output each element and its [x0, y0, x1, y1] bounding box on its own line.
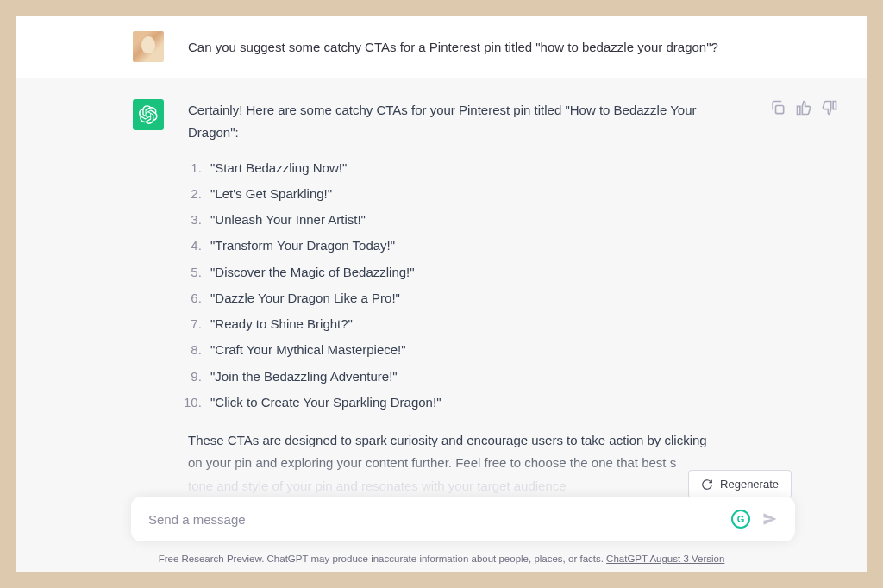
list-item: "Dazzle Your Dragon Like a Pro!": [205, 287, 740, 310]
chat-app: Can you suggest some catchy CTAs for a P…: [16, 16, 867, 572]
user-message-row: Can you suggest some catchy CTAs for a P…: [16, 16, 867, 78]
message-actions: [769, 99, 838, 116]
assistant-message-content: Certainly! Here are some catchy CTAs for…: [188, 99, 740, 552]
list-item: "Craft Your Mythical Masterpiece!": [205, 339, 740, 361]
grammarly-icon[interactable]: [731, 510, 750, 529]
user-message-text: Can you suggest some catchy CTAs for a P…: [188, 40, 718, 54]
send-icon: [761, 510, 779, 528]
list-item: "Let's Get Sparkling!": [205, 183, 740, 205]
assistant-outro: These CTAs are designed to spark curiosi…: [188, 429, 740, 497]
cta-list: "Start Bedazzling Now!" "Let's Get Spark…: [188, 157, 740, 415]
user-avatar: [133, 31, 164, 62]
send-button[interactable]: [757, 506, 783, 532]
message-input-bar: [131, 497, 795, 541]
message-input[interactable]: [148, 512, 731, 527]
copy-icon[interactable]: [769, 99, 786, 116]
thumbs-up-icon[interactable]: [795, 99, 812, 116]
list-item: "Join the Bedazzling Adventure!": [205, 366, 740, 388]
list-item: "Click to Create Your Sparkling Dragon!": [205, 391, 740, 414]
assistant-avatar: [133, 99, 164, 130]
list-item: "Start Bedazzling Now!": [205, 157, 740, 179]
list-item: "Discover the Magic of Bedazzling!": [205, 261, 740, 284]
regenerate-button[interactable]: Regenerate: [688, 470, 792, 498]
footer-text: Free Research Preview. ChatGPT may produ…: [159, 554, 606, 564]
svg-rect-0: [776, 106, 784, 114]
thumbs-down-icon[interactable]: [821, 99, 838, 116]
footer-disclaimer: Free Research Preview. ChatGPT may produ…: [16, 554, 867, 564]
assistant-intro: Certainly! Here are some catchy CTAs for…: [188, 99, 740, 145]
list-item: "Ready to Shine Bright?": [205, 313, 740, 335]
refresh-icon: [701, 479, 713, 491]
list-item: "Unleash Your Inner Artist!": [205, 209, 740, 231]
version-link[interactable]: ChatGPT August 3 Version: [606, 554, 724, 564]
regenerate-label: Regenerate: [720, 478, 779, 491]
list-item: "Transform Your Dragon Today!": [205, 235, 740, 257]
openai-icon: [139, 105, 158, 124]
